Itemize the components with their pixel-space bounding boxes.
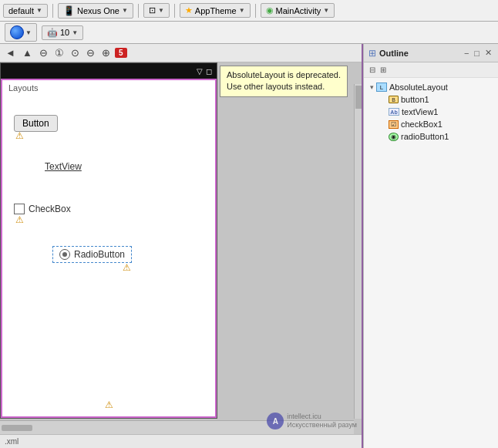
android-icon: 🤖 [47, 28, 58, 38]
tooltip-box: AbsoluteLayout is deprecated. Use other … [220, 66, 348, 97]
expand-icon: ▾ [367, 83, 376, 91]
android-version-label: 10 [60, 28, 69, 37]
radiobutton-warning-icon: ⚠ [123, 262, 131, 273]
tree-item-button1[interactable]: B button1 [364, 93, 498, 106]
button-widget-label: Button [22, 118, 49, 129]
wifi-icon: ▽ [197, 67, 203, 76]
absolutelayout-label: AbsoluteLayout [389, 83, 448, 92]
outline-collapse-btn[interactable]: ⊟ [367, 65, 378, 75]
outline-panel: ⊞ Outline − □ ✕ ⊟ ⊞ ▾ L AbsoluteLayout [363, 44, 498, 448]
globe-icon [10, 25, 24, 39]
tree-item-checkbox1[interactable]: ☑ checkBox1 [364, 118, 498, 130]
device-label: Nexus One [77, 6, 119, 15]
android-version-btn[interactable]: 🤖 10 ▼ [42, 25, 83, 40]
zoom-fit-btn[interactable]: ① [52, 46, 66, 59]
zoom-100-btn[interactable]: ⊙ [69, 46, 82, 59]
error-badge: 5 [115, 48, 127, 58]
v-scrollbar[interactable] [354, 84, 362, 419]
checkbox-warning-icon: ⚠ [15, 214, 24, 225]
activity-label: MainActivity [276, 6, 321, 15]
device-dropdown[interactable]: 📱 Nexus One ▼ [58, 3, 133, 19]
tree-item-absolutelayout[interactable]: ▾ L AbsoluteLayout [364, 81, 498, 93]
button-warning-icon: ⚠ [15, 130, 24, 141]
default-dropdown[interactable]: default ▼ [3, 4, 48, 18]
checkbox1-icon-wrap: ☑ [389, 120, 399, 129]
button1-label: button1 [401, 95, 429, 104]
outline-sort-btn[interactable]: ⊞ [378, 65, 389, 75]
radiobutton1-icon: ◉ [389, 133, 399, 141]
zoom-in-btn[interactable]: ⊕ [99, 46, 113, 59]
sep2 [138, 4, 139, 18]
top-toolbar: default ▼ 📱 Nexus One ▼ ⊡ ▼ ★ AppTheme ▼… [0, 0, 498, 22]
activity-dropdown-arrow: ▼ [323, 7, 329, 14]
layout-icon: L [376, 83, 387, 92]
star-icon: ★ [185, 5, 193, 15]
scroll-up-btn[interactable]: ▲ [20, 46, 35, 59]
editor-panel: ◄ ▲ ⊖ ① ⊙ ⊖ ⊕ 5 AbsoluteLayout is deprec… [0, 44, 363, 448]
textview1-icon-wrap: Ab [389, 108, 399, 116]
second-toolbar: ▼ 🤖 10 ▼ [0, 22, 498, 44]
outline-close-btn[interactable]: ✕ [483, 48, 493, 58]
outline-header: ⊞ Outline − □ ✕ [364, 44, 498, 62]
watermark-logo-text: A [273, 417, 278, 426]
button-widget[interactable]: Button [14, 115, 58, 132]
radio-inner [62, 252, 67, 257]
layouts-label: Layouts [2, 80, 215, 96]
radiobutton-widget: RadioButton ⚠ [52, 246, 132, 263]
radiobutton1-label: radioButton1 [401, 132, 449, 141]
outline-sub-toolbar: ⊟ ⊞ [364, 62, 498, 78]
zoom-out-btn[interactable]: ⊖ [37, 46, 50, 59]
tree-item-radiobutton1[interactable]: ◉ radioButton1 [364, 130, 498, 143]
main-area: ◄ ▲ ⊖ ① ⊙ ⊖ ⊕ 5 AbsoluteLayout is deprec… [0, 44, 498, 448]
outline-minimize-btn[interactable]: − [463, 48, 470, 58]
phone-screen: Layouts Button ⚠ TextView [1, 79, 217, 418]
checkbox-widget: CheckBox ⚠ [14, 204, 71, 214]
absolutelayout-icon: L [376, 83, 387, 92]
bottom-bar-text: .xml [5, 437, 19, 446]
checkbox-box[interactable] [14, 204, 25, 214]
sep1 [52, 4, 53, 18]
scroll-left-btn[interactable]: ◄ [3, 46, 18, 59]
locale-btn[interactable]: ▼ [5, 23, 37, 42]
sep4 [255, 4, 256, 18]
button-widget-wrapper: Button ⚠ [14, 115, 58, 132]
phone-frame: ▽ ◻ Layouts Button ⚠ [0, 62, 217, 419]
zoom-out-btn2[interactable]: ⊖ [84, 46, 97, 59]
outline-title: Outline [379, 49, 409, 58]
checkbox1-icon: ☑ [389, 120, 399, 129]
textview1-icon: Ab [389, 108, 399, 116]
default-dropdown-arrow: ▼ [36, 7, 42, 14]
outline-controls: − □ ✕ [463, 48, 493, 58]
bottom-warning-icon: ⚠ [105, 399, 113, 410]
outline-icon: ⊞ [368, 48, 376, 59]
phone-area: ▽ ◻ Layouts Button ⚠ [0, 62, 362, 434]
watermark-text: intellect.icu Искусственный разум [287, 413, 357, 429]
sep3 [174, 4, 175, 18]
activity-icon: ◉ [266, 5, 274, 15]
button1-icon-wrap: B [389, 96, 399, 103]
bottom-bar: .xml [0, 434, 362, 448]
locale-arrow: ▼ [25, 29, 32, 36]
radiobutton-label: RadioButton [74, 249, 125, 260]
orientation-dropdown[interactable]: ⊡ ▼ [143, 3, 170, 18]
phone-status-bar: ▽ ◻ [1, 63, 217, 79]
tooltip-line1: AbsoluteLayout is deprecated. [227, 70, 341, 79]
h-scrollbar-thumb[interactable] [2, 425, 32, 431]
activity-dropdown[interactable]: ◉ MainActivity ▼ [261, 3, 335, 18]
outline-tree: ▾ L AbsoluteLayout B button1 Ab [364, 78, 498, 448]
apptheme-dropdown-arrow: ▼ [239, 7, 245, 14]
watermark-logo: A [267, 413, 284, 429]
device-dropdown-arrow: ▼ [122, 7, 128, 14]
orientation-dropdown-arrow: ▼ [158, 7, 164, 14]
signal-icon: ◻ [206, 67, 212, 76]
tree-item-textview1[interactable]: Ab textView1 [364, 106, 498, 118]
orientation-icon: ⊡ [149, 5, 156, 15]
apptheme-dropdown[interactable]: ★ AppTheme ▼ [180, 3, 251, 18]
watermark-line2: Искусственный разум [287, 421, 357, 429]
outline-maximize-btn[interactable]: □ [473, 48, 481, 58]
radio-circle[interactable] [59, 249, 70, 260]
v-scrollbar-thumb[interactable] [355, 86, 362, 109]
button1-icon: B [389, 96, 399, 103]
textview-widget: TextView [45, 161, 82, 172]
device-icon: 📱 [63, 5, 75, 16]
